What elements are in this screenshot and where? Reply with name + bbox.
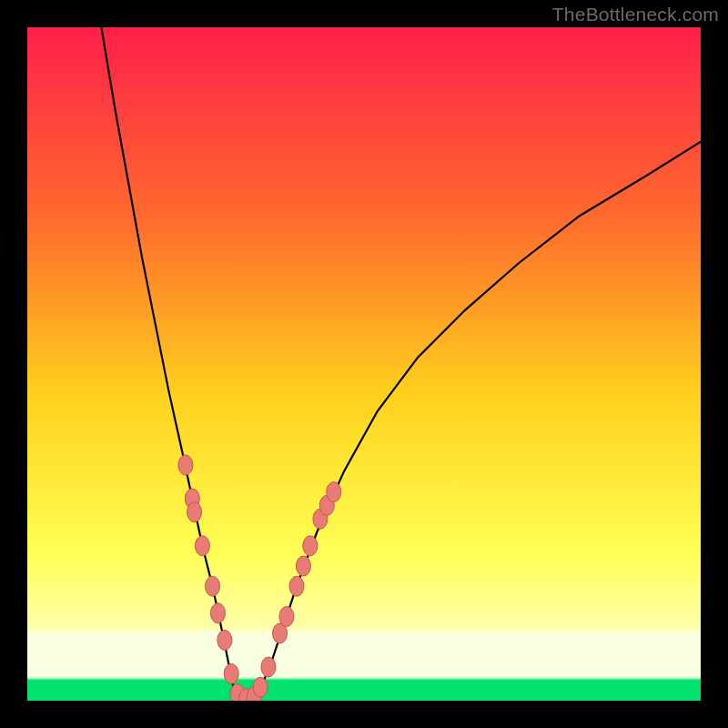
data-marker	[279, 607, 294, 627]
data-marker	[178, 455, 193, 475]
data-marker	[224, 663, 238, 683]
plot-area	[27, 27, 701, 701]
data-marker	[303, 536, 318, 556]
data-marker	[261, 657, 276, 677]
data-marker	[206, 576, 220, 596]
data-marker	[296, 556, 310, 576]
data-marker	[210, 603, 225, 623]
data-marker	[327, 482, 341, 502]
chart-frame: TheBottleneck.com	[0, 0, 728, 728]
watermark-text: TheBottleneck.com	[552, 4, 719, 25]
curve-layer	[27, 27, 701, 701]
marker-group	[178, 455, 341, 701]
bottleneck-curve	[101, 27, 701, 700]
data-marker	[187, 502, 202, 522]
data-marker	[195, 536, 209, 556]
data-marker	[253, 677, 268, 697]
data-marker	[289, 576, 304, 596]
data-marker	[217, 630, 232, 650]
